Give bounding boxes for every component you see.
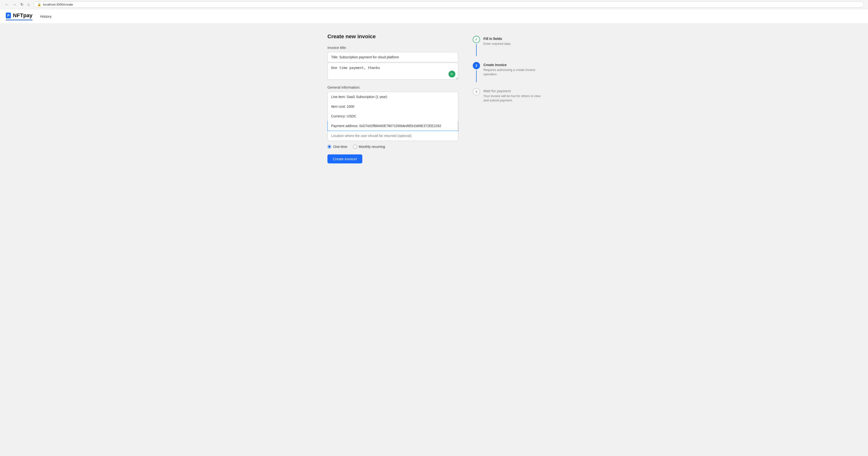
payment-address-input[interactable] [328,121,458,131]
step-3-circle: 3 [473,88,480,95]
lock-icon: 🔒 [37,3,41,6]
description-wrapper: One time payment, thanks ↻ [328,63,458,80]
invoice-title-input[interactable] [328,52,458,62]
general-info-group [328,92,458,141]
one-time-label: One-time [333,145,347,149]
home-button[interactable]: ⌂ [26,2,31,7]
page-title: Create new invoice [328,33,458,40]
step-2-content: Create invoice Requires authorizing a cr… [484,62,540,76]
create-invoice-button[interactable]: Create invoice! [328,155,362,163]
currency-input[interactable] [328,111,458,121]
browser-controls: ← → ↻ ⌂ [4,2,31,7]
step-2-connector-wrapper: 2 [473,62,480,82]
general-info-label: General information: [328,85,458,89]
step-3-desc: Your invoice will be live for others to … [484,94,540,103]
step-1-connector [476,44,476,56]
logo-icon: P [6,12,11,19]
line-item-input[interactable] [328,92,458,102]
address-bar[interactable]: 🔒 localhost:3000/create [34,1,864,7]
step-3-connector-wrapper: 3 [473,88,480,95]
monthly-label: Monthly recurring [359,145,385,149]
step-1-item: ✓ Fill in fields Enter required data. [473,36,540,56]
logo-text: NFTpay [13,12,32,19]
step-1-content: Fill in fields Enter required data. [484,36,540,46]
step-3-title: Wait for payment [484,89,540,93]
monthly-radio[interactable] [353,145,357,149]
url-text: localhost:3000/create [43,3,73,6]
main-content: Create new invoice Invoice title: One ti… [0,24,868,451]
back-button[interactable]: ← [4,2,10,7]
footer: NFTpay ©2022 - Created for NFTHack2022 [0,451,868,456]
navbar: P NFTpay History [0,9,868,24]
step-2-title: Create invoice [484,63,540,67]
step-1-circle: ✓ [473,36,480,43]
callback-url-input[interactable] [328,131,458,141]
one-time-radio-label[interactable]: One-time [328,145,347,149]
step-2-desc: Requires authorizing a create invoice op… [484,68,540,76]
step-2-circle: 2 [473,62,480,69]
step-1-connector-wrapper: ✓ [473,36,480,56]
item-cost-input[interactable] [328,102,458,111]
forward-button[interactable]: → [11,2,18,7]
one-time-radio[interactable] [328,145,331,149]
step-2-connector [476,70,476,82]
step-1-title: Fill in fields [484,37,540,41]
monthly-radio-label[interactable]: Monthly recurring [353,145,385,149]
invoice-title-label: Invoice title: [328,45,458,50]
form-container: Create new invoice Invoice title: One ti… [328,33,458,441]
step-1-desc: Enter required data. [484,42,540,46]
payment-type-group: One-time Monthly recurring [328,145,458,149]
description-textarea[interactable]: One time payment, thanks [328,63,458,79]
step-2-item: 2 Create invoice Requires authorizing a … [473,62,540,82]
step-3-item: 3 Wait for payment Your invoice will be … [473,88,540,103]
steps-sidebar: ✓ Fill in fields Enter required data. 2 … [473,33,540,441]
reload-button[interactable]: ↻ [20,2,25,7]
history-nav-link[interactable]: History [40,14,52,19]
refresh-icon: ↻ [448,71,455,77]
browser-bar: ← → ↻ ⌂ 🔒 localhost:3000/create [0,0,868,9]
logo-link[interactable]: P NFTpay [6,12,32,20]
step-3-content: Wait for payment Your invoice will be li… [484,88,540,103]
